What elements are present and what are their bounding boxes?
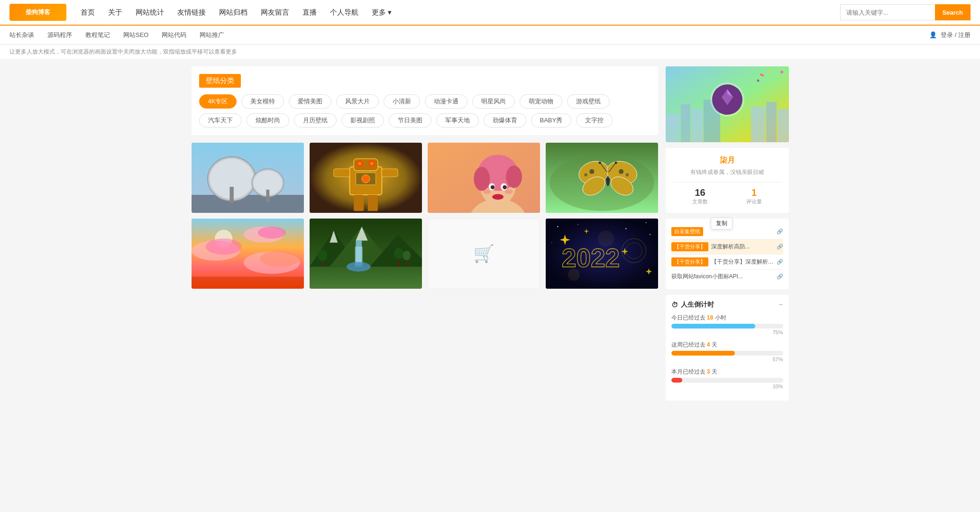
svg-point-30 — [503, 185, 506, 189]
category-title: 壁纸分类 — [199, 74, 241, 88]
tag-anime[interactable]: 动漫卡通 — [425, 94, 467, 109]
grid-item-2[interactable] — [310, 143, 422, 213]
timer-icon: ⏱ — [671, 301, 678, 309]
tag-cool[interactable]: 炫酷时尚 — [247, 113, 289, 128]
post-link-icon-1: 🔗 — [777, 229, 783, 235]
tag-love[interactable]: 爱情美图 — [289, 94, 331, 109]
svg-rect-94 — [751, 107, 765, 142]
svg-point-31 — [492, 194, 504, 200]
nav-links-friends[interactable]: 友情链接 — [177, 8, 206, 17]
right-sidebar: 柒月 有钱终成眷属，没钱亲眼目睹 16 文章数 1 评论量 自采集壁纸 复制 — [666, 66, 789, 401]
nav-personal[interactable]: 个人导航 — [330, 8, 358, 17]
tag-military[interactable]: 军事天地 — [436, 113, 479, 128]
grid-item-3[interactable] — [428, 143, 540, 213]
sub-nav-source[interactable]: 源码程序 — [47, 31, 72, 39]
countdown-title: ⏱ 人生倒计时 — [671, 301, 714, 309]
nav-about[interactable]: 关于 — [108, 8, 122, 17]
nav-archive[interactable]: 网站归档 — [219, 8, 247, 17]
countdown-day-bar — [671, 324, 783, 329]
nav-guestbook[interactable]: 网友留言 — [261, 8, 289, 17]
svg-point-72 — [403, 251, 411, 260]
svg-point-29 — [490, 185, 494, 189]
svg-point-26 — [506, 165, 522, 188]
svg-point-44 — [625, 173, 629, 176]
grid-item-5[interactable] — [192, 219, 304, 289]
svg-point-41 — [589, 169, 594, 174]
search-button[interactable]: Search — [935, 4, 971, 20]
svg-point-100 — [780, 71, 783, 73]
comments-label: 评论量 — [746, 198, 762, 205]
tag-star[interactable]: 明星风尚 — [472, 94, 515, 109]
countdown-section: ⏱ 人生倒计时 − 今日已经过去 18 小时 75% 这周已经过去 4 天 — [666, 295, 789, 401]
svg-rect-96 — [778, 109, 789, 142]
svg-point-52 — [257, 227, 285, 238]
svg-point-75 — [577, 224, 578, 225]
svg-point-88 — [598, 231, 614, 247]
tag-game[interactable]: 游戏壁纸 — [567, 94, 610, 109]
grid-item-4[interactable] — [546, 143, 658, 213]
nav-links: 首页 关于 网站统计 友情链接 网站归档 网友留言 直播 个人导航 更多 — [81, 8, 840, 17]
user-name: 柒月 — [673, 155, 781, 165]
sub-nav-zatan[interactable]: 站长杂谈 — [9, 31, 34, 39]
sub-nav-code[interactable]: 网站代码 — [162, 31, 186, 39]
svg-rect-7 — [266, 190, 269, 201]
tag-car[interactable]: 汽车天下 — [199, 113, 242, 128]
sidebar-banner — [666, 66, 789, 142]
tag-baby[interactable]: BABY秀 — [531, 113, 572, 128]
nav-stats[interactable]: 网站统计 — [136, 8, 164, 17]
tag-beauty[interactable]: 美女模特 — [241, 94, 284, 109]
post-item-4[interactable]: 获取网站favicon小图标API... 🔗 — [671, 270, 783, 283]
sub-nav-promote[interactable]: 网站推广 — [200, 31, 224, 39]
nav-more[interactable]: 更多 — [372, 8, 392, 17]
articles-count: 16 — [692, 187, 708, 198]
sub-navigation: 站长杂谈 源码程序 教程笔记 网站SEO 网站代码 网站推广 👤 登录 / 注册 — [0, 26, 980, 45]
countdown-item-day: 今日已经过去 18 小时 75% — [671, 314, 783, 335]
post-item-1[interactable]: 自采集壁纸 复制 🔗 — [671, 224, 783, 239]
svg-point-13 — [358, 162, 361, 165]
countdown-week-pct: 57% — [772, 357, 783, 362]
tag-pets[interactable]: 萌宠动物 — [520, 94, 562, 109]
svg-point-48 — [614, 162, 617, 164]
post-item-2[interactable]: 【干货分享】 深度解析高防... 🔗 — [671, 239, 783, 255]
grid-item-6[interactable] — [310, 219, 422, 289]
tag-calendar[interactable]: 月历壁纸 — [294, 113, 337, 128]
nav-live[interactable]: 直播 — [302, 8, 317, 17]
countdown-week-bar — [671, 351, 783, 356]
svg-point-47 — [598, 162, 601, 164]
svg-point-76 — [625, 228, 627, 229]
countdown-day-pct: 75% — [772, 329, 783, 335]
countdown-minus[interactable]: − — [779, 301, 783, 309]
countdown-month-bar — [671, 378, 783, 383]
svg-point-20 — [362, 175, 370, 183]
svg-point-33 — [504, 189, 513, 194]
svg-point-101 — [757, 80, 759, 82]
grid-item-7[interactable]: 🛒 — [428, 219, 540, 289]
svg-point-14 — [370, 162, 373, 165]
svg-rect-4 — [229, 187, 233, 203]
marquee-banner: 让更多人放大模式，可在浏览器的画面设置中关闭放大功能，双指缩放或平移可以查看更多 — [0, 45, 980, 59]
post-title-3: 【干货分享】深度解析高防... — [711, 258, 775, 266]
articles-stat: 16 文章数 — [692, 187, 708, 205]
post-item-3[interactable]: 【干货分享】 【干货分享】深度解析高防... 🔗 — [671, 255, 783, 270]
tag-fresh[interactable]: 小清新 — [384, 94, 420, 109]
nav-home[interactable]: 首页 — [81, 8, 95, 17]
tag-movie[interactable]: 影视剧照 — [341, 113, 384, 128]
login-register[interactable]: 👤 登录 / 注册 — [929, 31, 971, 39]
post-tag-3: 【干货分享】 — [671, 257, 708, 266]
chevron-down-icon — [388, 8, 392, 17]
sub-nav-tutorial[interactable]: 教程笔记 — [85, 31, 110, 39]
tag-scenery[interactable]: 风景大片 — [336, 94, 379, 109]
svg-rect-92 — [691, 109, 703, 142]
image-grid: 🛒 — [192, 143, 658, 289]
grid-item-8[interactable]: 2022 — [546, 219, 658, 289]
countdown-month-fill — [671, 378, 683, 383]
grid-item-1[interactable] — [192, 143, 304, 213]
tag-text[interactable]: 文字控 — [576, 113, 613, 128]
search-input[interactable] — [840, 4, 935, 20]
tag-sports[interactable]: 劲爆体育 — [484, 113, 526, 128]
tag-holiday[interactable]: 节日美图 — [389, 113, 431, 128]
site-logo[interactable]: 柴狗博客 — [9, 4, 66, 21]
sub-nav-seo[interactable]: 网站SEO — [123, 31, 148, 39]
tag-4k[interactable]: 4K专区 — [199, 94, 237, 109]
empty-cart-icon: 🛒 — [473, 244, 495, 264]
